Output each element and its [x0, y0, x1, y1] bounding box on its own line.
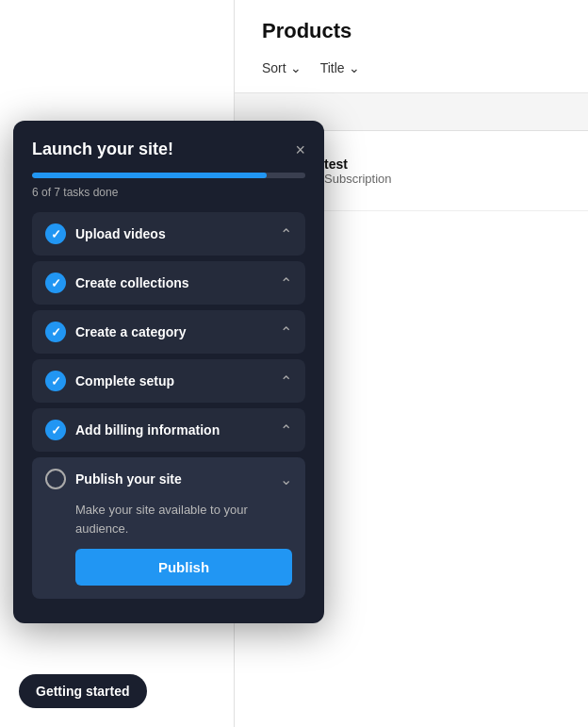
chevron-icon-create-collections: ⌃	[280, 274, 292, 292]
product-type: Subscription	[324, 172, 392, 186]
launch-modal: Launch your site! × 6 of 7 tasks done Up…	[13, 121, 324, 623]
publish-button[interactable]: Publish	[75, 549, 292, 586]
chevron-icon-add-billing: ⌃	[280, 421, 292, 439]
check-icon-publish-site	[45, 469, 66, 489]
progress-bar-container	[32, 173, 305, 178]
page-toolbar: Sort ⌄ Title ⌄	[262, 53, 560, 83]
page-title: Products	[262, 19, 560, 43]
task-left-create-collections: Create collections	[45, 273, 189, 293]
task-label-create-category: Create a category	[75, 324, 187, 339]
task-left-upload-videos: Upload videos	[45, 223, 166, 244]
product-info: test Subscription	[324, 157, 392, 186]
progress-bar-fill	[32, 173, 267, 178]
task-header-complete-setup[interactable]: Complete setup ⌃	[32, 359, 305, 403]
page-header: Products Sort ⌄ Title ⌄	[234, 0, 588, 93]
sort-button[interactable]: Sort ⌄	[262, 60, 302, 75]
task-header-create-collections[interactable]: Create collections ⌃	[32, 261, 305, 305]
modal-header: Launch your site! ×	[32, 140, 305, 159]
task-left-add-billing: Add billing information	[45, 420, 220, 440]
task-label-publish-site: Publish your site	[75, 471, 182, 487]
task-left-publish-site: Publish your site	[45, 469, 182, 489]
check-icon-create-collections	[45, 273, 66, 293]
task-description-publish-site: Make your site available to your audienc…	[75, 501, 292, 537]
task-label-complete-setup: Complete setup	[75, 373, 174, 388]
chevron-icon-publish-site: ⌄	[280, 471, 292, 488]
task-item-publish-site: Publish your site ⌄ Make your site avail…	[32, 457, 305, 599]
task-left-create-category: Create a category	[45, 322, 187, 342]
chevron-icon-complete-setup: ⌃	[280, 372, 292, 390]
close-button[interactable]: ×	[295, 141, 305, 158]
task-label-add-billing: Add billing information	[75, 422, 220, 438]
task-header-add-billing[interactable]: Add billing information ⌃	[32, 408, 305, 452]
task-item-add-billing: Add billing information ⌃	[32, 408, 305, 452]
title-chevron-icon: ⌄	[349, 60, 360, 75]
task-content-publish-site: Make your site available to your audienc…	[32, 501, 305, 599]
product-name: test	[324, 157, 392, 172]
task-label-upload-videos: Upload videos	[75, 226, 166, 241]
title-button[interactable]: Title ⌄	[320, 60, 360, 75]
getting-started-button[interactable]: Getting started	[19, 674, 147, 708]
chevron-icon-create-category: ⌃	[280, 323, 292, 341]
task-item-create-category: Create a category ⌃	[32, 310, 305, 354]
check-icon-add-billing	[45, 420, 66, 440]
task-item-create-collections: Create collections ⌃	[32, 261, 305, 305]
check-icon-complete-setup	[45, 371, 66, 391]
task-header-publish-site[interactable]: Publish your site ⌄	[32, 457, 305, 501]
task-item-complete-setup: Complete setup ⌃	[32, 359, 305, 403]
tasks-count: 6 of 7 tasks done	[32, 186, 305, 199]
task-left-complete-setup: Complete setup	[45, 371, 174, 391]
chevron-icon-upload-videos: ⌃	[280, 225, 292, 243]
task-item-upload-videos: Upload videos ⌃	[32, 212, 305, 256]
task-header-create-category[interactable]: Create a category ⌃	[32, 310, 305, 354]
task-label-create-collections: Create collections	[75, 275, 189, 290]
modal-title: Launch your site!	[32, 140, 173, 159]
task-header-upload-videos[interactable]: Upload videos ⌃	[32, 212, 305, 256]
check-icon-create-category	[45, 322, 66, 342]
check-icon-upload-videos	[45, 223, 66, 244]
sort-chevron-icon: ⌄	[290, 60, 302, 75]
